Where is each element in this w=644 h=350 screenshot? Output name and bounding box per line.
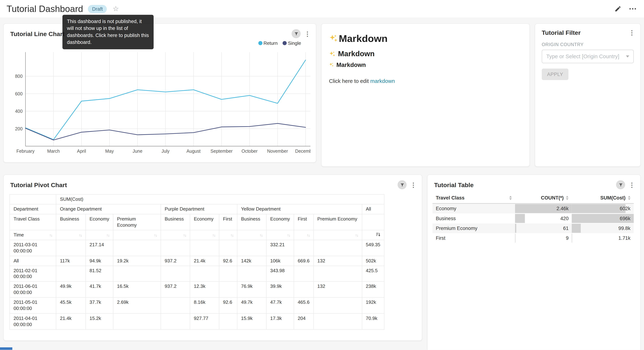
pivot-sort-header[interactable]: ↑↓ <box>86 230 113 240</box>
pivot-cell: 45.5k <box>56 298 86 314</box>
pivot-row: 2011-06-01 00:00:0049.9k41.7k16.5k937.21… <box>10 282 384 298</box>
pivot-sort-header[interactable]: ↑↓ <box>161 230 190 240</box>
pivot-cell <box>237 266 266 282</box>
filter-card: Tutorial Filter ⋮ ORIGIN COUNTRY Type or… <box>535 24 641 167</box>
kebab-menu-icon[interactable]: ⋮ <box>304 31 309 37</box>
pivot-class-header: Business <box>237 214 266 230</box>
column-header-sum-cost[interactable]: SUM(Cost) <box>572 192 634 204</box>
cell-count: 2.46k <box>515 204 572 214</box>
pivot-cell: 39.9k <box>266 282 294 298</box>
x-tick-label: June <box>132 148 142 154</box>
pivot-time-sort-header[interactable]: Time↑↓ <box>10 230 56 240</box>
viewport: Tutorial Dashboard Draft ☆ This dashboar… <box>0 0 644 350</box>
pivot-sort-header[interactable] <box>362 230 384 240</box>
pivot-cell: 132 <box>314 282 362 298</box>
pivot-chart-card: Tutorial Pivot Chart ⋮ SUM(Cost)Departme… <box>3 174 422 341</box>
pivot-cell: 343.98 <box>266 266 294 282</box>
pivot-sort-header[interactable]: ↑↓ <box>266 230 294 240</box>
pivot-metric-row: SUM(Cost) <box>10 194 384 204</box>
cell-sum-cost: 696k <box>572 214 634 223</box>
kebab-menu-icon[interactable]: ⋮ <box>629 182 634 188</box>
markdown-cta: Click here to edit markdown <box>329 78 523 84</box>
pivot-department-header: All <box>362 204 384 214</box>
pivot-cell: 217.14 <box>86 240 113 256</box>
x-tick-label: November <box>267 148 288 154</box>
pivot-cell: 106k <box>266 256 294 266</box>
table-header-row: Travel ClassCOUNT(*)SUM(Cost) <box>432 192 634 204</box>
filter-scope-icon[interactable] <box>292 29 300 38</box>
cell-count: 9 <box>515 233 572 243</box>
edit-icon[interactable] <box>613 4 622 14</box>
pivot-cell <box>314 298 362 314</box>
table-row: Business420696k <box>432 214 634 223</box>
pivot-cell: 21.4k <box>190 256 219 266</box>
sort-desc-active-icon <box>376 232 380 237</box>
cell-sum-cost: 602k <box>572 204 634 214</box>
line-chart-svg: 200400600800FebruaryMarchAprilMayJuneJul… <box>4 46 310 160</box>
pivot-cell: 8.16k <box>190 298 219 314</box>
pivot-sort-header[interactable]: ↑↓ <box>219 230 237 240</box>
x-tick-label: February <box>16 148 35 154</box>
pivot-cell: 41.7k <box>86 282 113 298</box>
apply-button[interactable]: APPLY <box>542 68 568 80</box>
sort-caret-icon <box>566 196 569 200</box>
legend-label: Single <box>288 40 301 46</box>
filter-scope-icon[interactable] <box>398 180 407 189</box>
kebab-menu-icon[interactable]: ⋮ <box>629 30 634 36</box>
star-icon[interactable]: ☆ <box>113 5 119 12</box>
page-title: Tutorial Dashboard <box>6 4 83 14</box>
pivot-row-label: 2011-05-01 00:00:00 <box>10 298 56 314</box>
pivot-cell <box>294 240 314 256</box>
pivot-sort-header[interactable]: ↑↓ <box>237 230 266 240</box>
pivot-cell: 12.3k <box>190 282 219 298</box>
pivot-class-header: Business <box>161 214 190 230</box>
chevron-down-icon <box>626 56 629 58</box>
line-chart-card: Tutorial Line Chart ⋮ ReturnSingle 20040… <box>3 24 316 163</box>
cell-count: 61 <box>515 224 572 233</box>
table-title: Tutorial Table <box>434 181 616 188</box>
sort-caret-icon <box>628 196 630 200</box>
more-menu-icon[interactable] <box>628 4 637 14</box>
pivot-sort-header[interactable]: ↑↓ <box>314 230 362 240</box>
draft-badge[interactable]: Draft <box>88 5 107 13</box>
y-tick-label: 600 <box>15 91 23 96</box>
pivot-sort-header[interactable]: ↑↓ <box>56 230 86 240</box>
pivot-cell <box>113 266 161 282</box>
legend-item[interactable]: Single <box>283 40 301 46</box>
column-header-count[interactable]: COUNT(*) <box>515 192 572 204</box>
pivot-class-header: Economy <box>266 214 294 230</box>
legend-dot <box>283 41 287 45</box>
pivot-cell: 669.6 <box>294 256 314 266</box>
pivot-cell: 49.9k <box>56 282 86 298</box>
pivot-sort-header[interactable]: ↑↓ <box>294 230 314 240</box>
origin-country-select[interactable]: Type or Select [Origin Country] <box>542 50 634 63</box>
cell-sum-cost: 99.8k <box>572 224 634 233</box>
pivot-cell <box>314 266 362 282</box>
pivot-cell <box>237 240 266 256</box>
pivot-cell: 937.2 <box>161 256 190 266</box>
pivot-sort-row: Time↑↓↑↓↑↓↑↓↑↓↑↓↑↓↑↓↑↓↑↓↑↓ <box>10 230 384 240</box>
card-actions: ⋮ <box>398 180 415 189</box>
unpublished-tooltip[interactable]: This dashboard is not published, it will… <box>62 15 154 49</box>
filter-scope-icon[interactable] <box>616 180 625 189</box>
pivot-row-label: 2011-06-01 00:00:00 <box>10 282 56 298</box>
pivot-cell: 238k <box>362 282 384 298</box>
pivot-cell: 94.9k <box>86 256 113 266</box>
markdown-edit-link[interactable]: markdown <box>370 78 395 84</box>
kebab-menu-icon[interactable]: ⋮ <box>410 182 415 188</box>
pivot-cell: 2.69k <box>113 298 161 314</box>
pivot-cell: 21.4k <box>56 314 86 330</box>
pivot-sort-header[interactable]: ↑↓ <box>190 230 219 240</box>
pivot-sort-header[interactable]: ↑↓ <box>113 230 161 240</box>
legend-item[interactable]: Return <box>258 40 278 46</box>
origin-country-label: ORIGIN COUNTRY <box>542 42 634 47</box>
pivot-title: Tutorial Pivot Chart <box>10 181 398 188</box>
column-header-travel-class[interactable]: Travel Class <box>432 192 515 204</box>
sort-icon: ↑↓ <box>154 233 157 237</box>
table-row: Economy2.46k602k <box>432 204 634 214</box>
pivot-cell <box>190 266 219 282</box>
pivot-cell: 15.2k <box>86 314 113 330</box>
x-tick-label: September <box>210 148 232 154</box>
pivot-row-label: All <box>10 256 56 266</box>
pivot-cell: 204 <box>294 314 314 330</box>
